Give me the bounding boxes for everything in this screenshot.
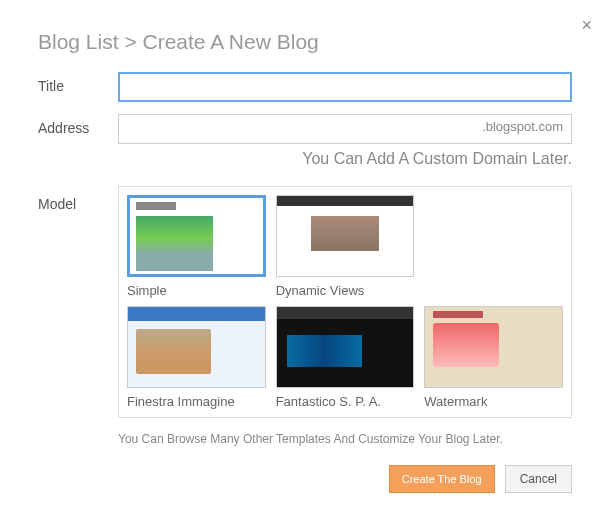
- template-label: Watermark: [424, 394, 563, 409]
- template-box: Simple Dynamic Views Finestra Immagine F…: [118, 186, 572, 418]
- template-watermark[interactable]: Watermark: [424, 306, 563, 409]
- create-blog-button[interactable]: Create The Blog: [389, 465, 495, 493]
- template-dynamic-views[interactable]: Dynamic Views: [276, 195, 415, 298]
- template-thumb-dynamic: [276, 195, 415, 277]
- address-input[interactable]: .blogspot.com: [118, 114, 572, 144]
- template-blank[interactable]: [424, 195, 563, 298]
- cancel-button[interactable]: Cancel: [505, 465, 572, 493]
- model-label: Model: [38, 186, 118, 212]
- template-thumb-simple: [127, 195, 266, 277]
- template-finestra-immagine[interactable]: Finestra Immagine: [127, 306, 266, 409]
- template-label: Dynamic Views: [276, 283, 415, 298]
- template-simple[interactable]: Simple: [127, 195, 266, 298]
- template-label: Fantastico S. P. A.: [276, 394, 415, 409]
- address-label: Address: [38, 114, 118, 136]
- browse-hint: You Can Browse Many Other Templates And …: [118, 432, 572, 446]
- template-label: Finestra Immagine: [127, 394, 266, 409]
- template-thumb-watermark: [424, 306, 563, 388]
- title-input[interactable]: [118, 72, 572, 102]
- template-thumb-fantastic: [276, 306, 415, 388]
- breadcrumb: Blog List > Create A New Blog: [38, 30, 572, 54]
- close-icon[interactable]: ×: [581, 15, 592, 36]
- domain-hint: You Can Add A Custom Domain Later.: [118, 150, 572, 168]
- template-fantastico[interactable]: Fantastico S. P. A.: [276, 306, 415, 409]
- title-label: Title: [38, 72, 118, 94]
- template-thumb-window: [127, 306, 266, 388]
- template-label: Simple: [127, 283, 266, 298]
